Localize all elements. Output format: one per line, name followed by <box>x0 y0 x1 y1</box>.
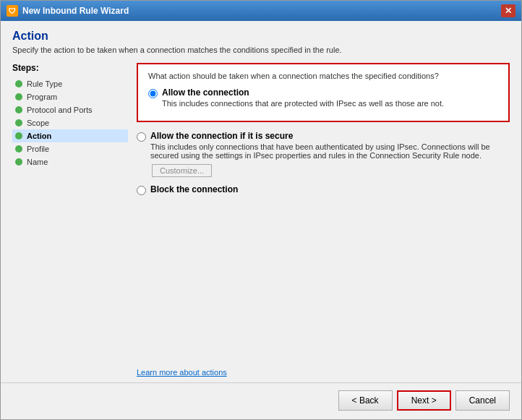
page-subtitle: Specify the action to be taken when a co… <box>12 46 510 54</box>
right-panel: What action should be taken when a conne… <box>137 63 510 377</box>
option-allow: Allow the connection This includes conne… <box>148 87 498 108</box>
wizard-window: 🛡 New Inbound Rule Wizard ✕ Action Speci… <box>0 0 522 420</box>
option-block-content: Block the connection <box>150 184 238 194</box>
step-dot-action <box>15 132 22 140</box>
sidebar-item-action[interactable]: Action <box>12 129 128 142</box>
sidebar-item-profile[interactable]: Profile <box>12 142 128 155</box>
step-dot-profile <box>15 145 22 153</box>
sidebar-item-rule-type[interactable]: Rule Type <box>12 77 128 90</box>
sidebar-heading: Steps: <box>12 63 128 73</box>
back-button[interactable]: < Back <box>338 390 393 411</box>
option-block: Block the connection <box>137 184 510 195</box>
radio-block[interactable] <box>137 186 146 195</box>
titlebar-title: New Inbound Rule Wizard <box>22 6 501 16</box>
footer: < Back Next > Cancel <box>1 382 521 419</box>
sidebar-label-protocol-ports: Protocol and Ports <box>27 106 93 114</box>
sidebar-item-protocol-ports[interactable]: Protocol and Ports <box>12 103 128 116</box>
options-area: Allow the connection if it is secure Thi… <box>137 131 510 201</box>
sidebar-label-program: Program <box>27 93 57 101</box>
option-block-label: Block the connection <box>150 184 238 194</box>
option-allow-secure-label: Allow the connection if it is secure <box>150 131 510 141</box>
close-button[interactable]: ✕ <box>501 4 515 17</box>
next-button[interactable]: Next > <box>397 390 451 411</box>
option-allow-desc: This includes connections that are prote… <box>162 99 444 108</box>
step-dot-name <box>15 158 22 166</box>
sidebar-label-name: Name <box>27 158 48 166</box>
sidebar: Steps: Rule Type Program Protocol and Po… <box>12 63 128 377</box>
sidebar-item-program[interactable]: Program <box>12 90 128 103</box>
option-allow-secure: Allow the connection if it is secure Thi… <box>137 131 510 177</box>
question-text: What action should be taken when a conne… <box>148 72 498 80</box>
page-title: Action <box>12 30 510 43</box>
step-dot-rule-type <box>15 80 22 87</box>
sidebar-label-scope: Scope <box>27 119 49 127</box>
customize-button[interactable]: Customize... <box>152 164 212 177</box>
sidebar-label-action: Action <box>27 132 51 140</box>
sidebar-label-profile: Profile <box>27 145 49 153</box>
titlebar-icon: 🛡 <box>7 5 18 17</box>
radio-allow-secure[interactable] <box>137 132 146 142</box>
option-allow-content: Allow the connection This includes conne… <box>162 87 444 108</box>
sidebar-item-scope[interactable]: Scope <box>12 116 128 129</box>
sidebar-item-name[interactable]: Name <box>12 155 128 168</box>
radio-allow[interactable] <box>148 89 158 98</box>
step-dot-scope <box>15 119 22 127</box>
option-allow-secure-content: Allow the connection if it is secure Thi… <box>150 131 510 177</box>
titlebar: 🛡 New Inbound Rule Wizard ✕ <box>1 1 521 21</box>
content-area: Action Specify the action to be taken wh… <box>1 21 521 382</box>
cancel-button[interactable]: Cancel <box>455 390 510 411</box>
main-body: Steps: Rule Type Program Protocol and Po… <box>12 63 510 377</box>
learn-more-link[interactable]: Learn more about actions <box>137 362 510 377</box>
step-dot-program <box>15 93 22 100</box>
step-dot-protocol-ports <box>15 106 22 113</box>
sidebar-label-rule-type: Rule Type <box>27 80 62 88</box>
question-box: What action should be taken when a conne… <box>137 63 510 122</box>
option-allow-label: Allow the connection <box>162 87 444 98</box>
option-allow-secure-desc: This includes only connections that have… <box>150 142 510 160</box>
